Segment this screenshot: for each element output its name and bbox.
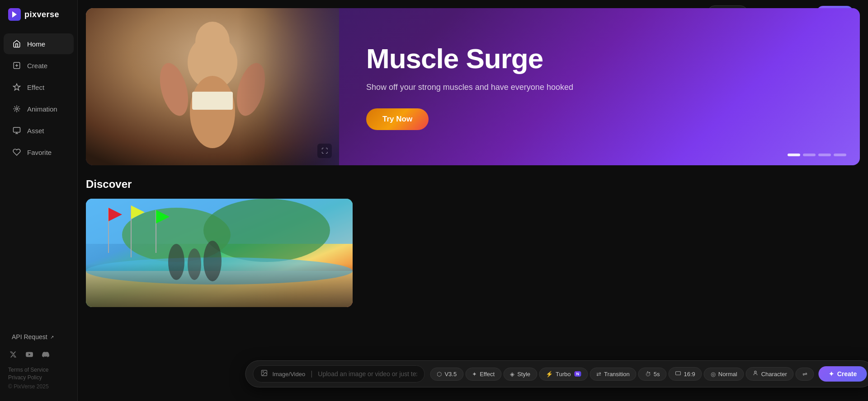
chip-transition-label: Transition: [604, 371, 630, 378]
chip-turbo-label: Turbo: [556, 371, 571, 378]
turbo-badge: N: [575, 371, 581, 377]
svg-point-20: [195, 22, 230, 62]
sidebar-item-label: Create: [27, 62, 47, 70]
sidebar-bottom: API Request ↗ Terms of Service Pr: [0, 322, 77, 401]
chip-effect-label: Effect: [480, 371, 495, 378]
main-content: Get App Login: [78, 0, 868, 401]
chip-style[interactable]: ◈ Style: [503, 368, 537, 381]
svg-rect-41: [676, 372, 681, 375]
sidebar-item-favorite[interactable]: Favorite: [4, 142, 74, 163]
toolbar-input-section: Image/Video |: [253, 365, 425, 382]
animation-icon: [12, 104, 22, 114]
hero-image-placeholder: ⛶: [86, 8, 339, 165]
youtube-icon[interactable]: [24, 350, 34, 359]
api-request-link[interactable]: API Request ↗: [4, 329, 74, 345]
hero-dot-4[interactable]: [834, 154, 846, 156]
transition-icon: ⇄: [596, 371, 601, 378]
chip-style-label: Style: [517, 371, 530, 378]
terms-link[interactable]: Terms of Service: [8, 367, 69, 373]
create-star-icon: ✦: [829, 370, 834, 378]
chip-5s[interactable]: ⏱ 5s: [638, 368, 667, 381]
hero-dot-3[interactable]: [818, 154, 831, 156]
discover-section: Discover: [78, 165, 868, 316]
social-icons: [0, 346, 77, 363]
svg-rect-21: [192, 92, 233, 110]
swap-icon: ⇌: [802, 371, 807, 378]
chip-turbo[interactable]: ⚡ Turbo N: [539, 368, 588, 381]
sidebar-item-label: Favorite: [27, 149, 52, 156]
normal-icon: ◎: [711, 371, 716, 378]
v35-icon: ⬡: [437, 371, 442, 378]
svg-point-40: [263, 372, 264, 373]
style-icon: ◈: [510, 371, 514, 378]
svg-marker-0: [12, 11, 17, 18]
discord-icon[interactable]: [41, 350, 51, 359]
svg-rect-6: [14, 127, 20, 132]
timer-icon: ⏱: [645, 371, 651, 378]
hero-subtitle: Show off your strong muscles and have ev…: [366, 83, 833, 92]
hero-title: Muscle Surge: [366, 43, 833, 74]
create-icon: [12, 61, 22, 70]
sidebar-item-effect[interactable]: Effect: [4, 77, 74, 98]
hero-image: ⛶: [86, 8, 339, 165]
favorite-icon: [12, 147, 22, 157]
home-icon: [12, 39, 22, 49]
sidebar-item-label: Home: [27, 40, 45, 48]
fullscreen-icon[interactable]: ⛶: [317, 144, 332, 158]
svg-point-5: [16, 108, 18, 110]
chip-5s-label: 5s: [654, 371, 660, 378]
chip-v35[interactable]: ⬡ V3.5: [430, 368, 463, 381]
prompt-input[interactable]: [318, 370, 417, 378]
hero-banner: ⛶ Muscle Surge Show off your strong musc…: [86, 8, 860, 165]
svg-point-19: [231, 60, 270, 119]
video-thumbnail: [86, 199, 353, 307]
chip-effect[interactable]: ✦ Effect: [465, 368, 501, 381]
image-video-label: Image/Video: [272, 371, 305, 378]
privacy-link[interactable]: Privacy Policy: [8, 374, 69, 381]
effect-icon: [12, 82, 22, 92]
external-link-icon: ↗: [50, 335, 54, 340]
discover-title: Discover: [86, 178, 860, 191]
sidebar-nav: Home Create Effect: [0, 29, 77, 322]
turbo-icon: ⚡: [546, 371, 553, 378]
sidebar-item-label: Animation: [27, 105, 57, 113]
sidebar-item-home[interactable]: Home: [4, 33, 74, 54]
sidebar-item-label: Effect: [27, 84, 44, 91]
asset-icon: [12, 126, 22, 135]
svg-point-17: [190, 76, 235, 148]
upload-icon[interactable]: [260, 369, 268, 378]
chip-v35-label: V3.5: [444, 371, 457, 378]
chip-16-9[interactable]: 16:9: [668, 367, 702, 381]
svg-rect-22: [86, 8, 339, 165]
sidebar-item-asset[interactable]: Asset: [4, 120, 74, 141]
footer-links: Terms of Service Privacy Policy © PixVer…: [0, 363, 77, 396]
logo-text: pixverse: [24, 10, 59, 19]
chip-character-label: Character: [761, 371, 787, 378]
svg-point-18: [155, 60, 193, 119]
chip-character[interactable]: Character: [746, 367, 794, 381]
twitter-icon[interactable]: [8, 350, 18, 359]
hero-content: Muscle Surge Show off your strong muscle…: [339, 8, 860, 165]
sidebar-item-animation[interactable]: Animation: [4, 98, 74, 119]
character-icon: [753, 370, 759, 378]
chip-16-9-label: 16:9: [684, 371, 695, 378]
chip-transition[interactable]: ⇄ Transition: [590, 368, 637, 381]
sidebar-item-label: Asset: [27, 127, 44, 135]
aspect-icon: [675, 370, 681, 378]
svg-rect-15: [86, 8, 339, 165]
bottom-toolbar: Image/Video | ⬡ V3.5 ✦ Effect ◈ Style ⚡ …: [245, 360, 868, 387]
sidebar: pixverse Home Create: [0, 0, 78, 401]
chip-normal[interactable]: ◎ Normal: [704, 368, 744, 381]
chip-swap[interactable]: ⇌: [796, 368, 814, 381]
chip-normal-label: Normal: [718, 371, 737, 378]
hero-dot-2[interactable]: [803, 154, 816, 156]
logo[interactable]: pixverse: [0, 0, 77, 29]
hero-dot-1[interactable]: [788, 154, 800, 156]
create-button[interactable]: ✦ Create: [819, 366, 867, 382]
sidebar-item-create[interactable]: Create: [4, 55, 74, 76]
svg-point-42: [755, 371, 756, 373]
svg-rect-38: [86, 199, 353, 307]
try-now-button[interactable]: Try Now: [366, 108, 429, 130]
video-card[interactable]: [86, 199, 353, 307]
api-request-label: API Request: [12, 333, 47, 340]
